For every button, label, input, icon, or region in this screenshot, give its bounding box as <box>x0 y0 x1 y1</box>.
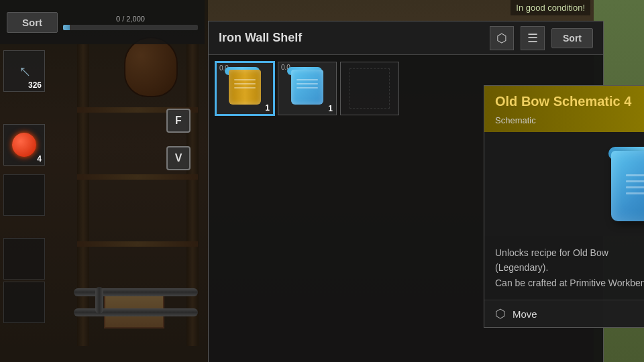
exit-icon-btn[interactable]: ⬡ <box>490 26 514 50</box>
empty-slot-inner <box>350 68 390 109</box>
exit-icon: ⬡ <box>496 31 507 46</box>
detail-title: Old Bow Schematic 4 <box>495 94 644 109</box>
key-v-hint: V <box>166 146 191 170</box>
large-scroll-line <box>626 174 644 176</box>
item-slot-1[interactable]: 0.0 1 <box>215 62 274 115</box>
panel-header: Iron Wall Shelf ⬡ ☰ Sort <box>209 21 603 55</box>
capacity-bar <box>63 25 198 30</box>
item-slot-3[interactable] <box>340 62 399 115</box>
detail-header: Old Bow Schematic 4 Schematic Legendary <box>484 86 644 132</box>
top-bar-left: Sort 0 / 2,000 <box>0 0 205 44</box>
arrow-slot[interactable]: ↑ 326 <box>3 50 45 92</box>
condition-text: In good condition! <box>511 0 590 15</box>
red-item-count: 4 <box>37 154 42 164</box>
sort-button-right[interactable]: Sort <box>551 28 593 48</box>
detail-type: Schematic <box>495 115 536 125</box>
scroll-line <box>234 87 256 88</box>
schematic-icon-2 <box>288 70 326 107</box>
scroll-lines-2 <box>297 79 318 88</box>
scroll-lines-1 <box>234 79 256 88</box>
scroll-line <box>234 79 256 80</box>
item-qty-1: 1 <box>265 103 270 113</box>
scroll-line <box>297 83 318 84</box>
move-action-label: Move <box>513 308 644 320</box>
empty-slot-3 <box>3 282 45 323</box>
red-item-icon <box>12 133 36 157</box>
large-scroll <box>604 144 644 225</box>
sort-button-left[interactable]: Sort <box>7 12 58 33</box>
scroll-line <box>234 83 256 84</box>
large-scroll-lines <box>626 174 644 194</box>
action-bar: ⬡ Move ◂ 0 <box>484 300 644 327</box>
large-scroll-line <box>626 180 644 182</box>
scroll-line <box>297 87 318 88</box>
move-action-icon: ⬡ <box>495 306 506 321</box>
arrow-count: 326 <box>28 80 42 90</box>
main-panel: Iron Wall Shelf ⬡ ☰ Sort 0.0 1 <box>208 21 604 362</box>
filter-icon: ☰ <box>527 31 538 46</box>
capacity-fill <box>63 25 70 30</box>
panel-title: Iron Wall Shelf <box>219 31 483 45</box>
arrow-icon: ↑ <box>13 60 36 82</box>
large-scroll-line <box>626 192 644 194</box>
red-item-slot[interactable]: 4 <box>3 124 45 166</box>
capacity-container: 0 / 2,000 <box>63 15 198 30</box>
detail-image: in Inventory 1 <box>484 132 644 236</box>
scroll-line <box>297 79 318 80</box>
left-hud: Sort 0 / 2,000 ↑ 326 4 F V <box>0 0 208 362</box>
detail-subtitle-row: Schematic Legendary <box>495 113 644 127</box>
item-qty-2: 1 <box>328 104 333 113</box>
detail-panel: Old Bow Schematic 4 Schematic Legendary <box>484 85 644 328</box>
filter-icon-btn[interactable]: ☰ <box>521 26 545 50</box>
scroll-body-1 <box>229 70 261 105</box>
capacity-text: 0 / 2,000 <box>116 15 145 23</box>
empty-slot-2 <box>3 238 45 280</box>
item-slot-2[interactable]: 0.0 1 <box>278 62 337 115</box>
scroll-body-2 <box>291 70 323 105</box>
key-f-hint: F <box>166 109 191 133</box>
large-scroll-body <box>611 151 644 221</box>
schematic-icon-1 <box>226 70 264 107</box>
large-scroll-line <box>626 186 644 188</box>
detail-description: Unlocks recipe for Old Bow(Legendary).Ca… <box>484 236 644 300</box>
empty-slot-1 <box>3 174 45 216</box>
